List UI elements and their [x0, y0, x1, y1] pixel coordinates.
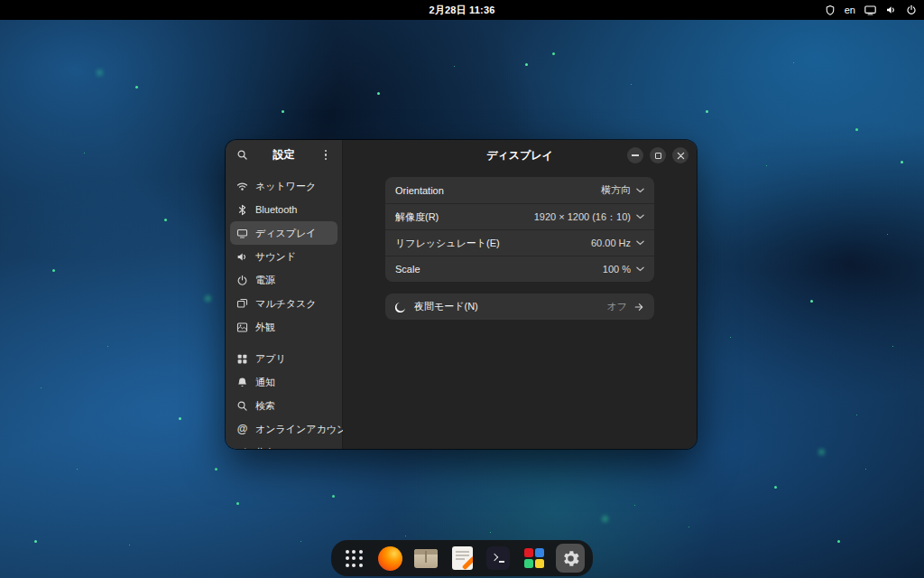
dock-item-text-editor[interactable]: [448, 544, 476, 573]
sidebar-item-label: アプリ: [255, 352, 286, 366]
arrow-right-icon: [633, 302, 644, 312]
night-mode-row[interactable]: 夜間モード(N) オフ: [385, 294, 654, 320]
refresh-rate-dropdown[interactable]: 60.00 Hz: [591, 238, 644, 248]
display-icon: [236, 228, 248, 239]
multitask-icon: [236, 298, 248, 310]
dock-item-software[interactable]: [520, 544, 549, 573]
resolution-row[interactable]: 解像度(R) 1920 × 1200 (16：10): [385, 203, 654, 229]
settings-sidebar: 設定 ネットワーク Bluetooth ディスプレイ サウンド: [226, 140, 343, 449]
row-label: Orientation: [395, 185, 444, 196]
share-icon: [236, 447, 248, 450]
row-label: Scale: [395, 264, 420, 275]
sidebar-item-power[interactable]: 電源: [230, 268, 337, 292]
sidebar-item-label: 通知: [255, 376, 275, 389]
sidebar-separator: [230, 339, 337, 347]
window-header: ディスプレイ: [343, 140, 697, 171]
sidebar-item-label: ネットワーク: [255, 180, 316, 193]
bell-icon: [236, 377, 248, 388]
power-icon: [906, 5, 917, 15]
sidebar-item-network[interactable]: ネットワーク: [230, 174, 337, 198]
minimize-button[interactable]: [627, 147, 643, 163]
sidebar-item-appearance[interactable]: 外観: [230, 315, 337, 339]
night-mode-status: オフ: [606, 300, 644, 313]
sidebar-item-bluetooth[interactable]: Bluetooth: [230, 198, 337, 221]
sidebar-item-label: サウンド: [255, 250, 296, 264]
row-value-text: 60.00 Hz: [591, 238, 631, 248]
dock-item-terminal[interactable]: [484, 544, 513, 573]
orientation-row[interactable]: Orientation 横方向: [385, 177, 654, 203]
sidebar-item-sharing[interactable]: 共有: [230, 441, 337, 449]
page-title: ディスプレイ: [486, 148, 553, 163]
sidebar-item-sound[interactable]: サウンド: [230, 245, 337, 268]
menu-button[interactable]: [318, 147, 334, 163]
terminal-icon: [486, 546, 510, 570]
row-value-text: 100 %: [603, 264, 631, 275]
sidebar-item-label: 外観: [255, 321, 275, 334]
app-grid-button[interactable]: [339, 544, 368, 573]
sidebar-item-multitasking[interactable]: マルチタスク: [230, 292, 337, 315]
appearance-icon: [236, 322, 248, 333]
clock-menu[interactable]: 2月28日 11:36: [429, 0, 494, 20]
network-icon: [236, 181, 248, 192]
search-button[interactable]: [234, 147, 250, 163]
refresh-rate-row[interactable]: リフレッシュレート(E) 60.00 Hz: [385, 229, 654, 256]
row-label: リフレッシュレート(E): [395, 237, 500, 250]
input-method-indicator[interactable]: en: [845, 5, 855, 15]
sidebar-item-label: ディスプレイ: [255, 227, 317, 240]
sidebar-item-label: マルチタスク: [255, 297, 317, 311]
settings-gear-icon: [560, 548, 581, 569]
sidebar-item-label: 共有: [255, 446, 275, 450]
minimize-icon: [632, 154, 639, 156]
sidebar-item-online-accounts[interactable]: @ オンラインアカウント: [230, 417, 337, 441]
night-mode-label: 夜間モード(N): [414, 300, 478, 313]
sidebar-item-display[interactable]: ディスプレイ: [230, 221, 337, 245]
dock-item-boxes[interactable]: [411, 544, 440, 573]
settings-main-panel: ディスプレイ Orientation 横方向 解像度(R) 192: [343, 140, 697, 449]
sidebar-item-label: Bluetooth: [255, 204, 297, 215]
screen-share-icon: [864, 5, 876, 15]
boxes-icon: [414, 549, 438, 568]
sidebar-header: 設定: [226, 140, 342, 170]
search-icon: [236, 400, 248, 412]
chevron-down-icon: [636, 266, 644, 272]
close-icon: [677, 152, 685, 160]
dock: [331, 540, 593, 576]
volume-icon: [885, 5, 897, 15]
sidebar-app-title: 設定: [250, 147, 318, 163]
row-label: 解像度(R): [395, 210, 439, 224]
sound-icon: [236, 251, 248, 263]
firefox-icon: [378, 546, 402, 571]
shield-icon: [825, 5, 836, 16]
text-editor-icon: [452, 546, 473, 570]
apps-icon: [236, 353, 248, 365]
software-icon: [524, 548, 545, 569]
chevron-down-icon: [636, 188, 644, 193]
at-icon: @: [236, 423, 248, 435]
close-button[interactable]: [672, 147, 688, 163]
restore-icon: [655, 153, 661, 159]
settings-window: 設定 ネットワーク Bluetooth ディスプレイ サウンド: [226, 140, 697, 449]
sidebar-item-search[interactable]: 検索: [230, 394, 337, 417]
system-indicators[interactable]: en: [825, 0, 917, 20]
chevron-down-icon: [636, 214, 644, 219]
dock-item-settings[interactable]: [556, 544, 585, 573]
sidebar-item-label: 検索: [255, 399, 275, 413]
scale-row[interactable]: Scale 100 %: [385, 256, 654, 282]
kebab-menu-icon: [325, 150, 328, 161]
app-grid-icon: [346, 550, 363, 567]
dock-item-firefox[interactable]: [375, 544, 404, 573]
restore-button[interactable]: [650, 147, 666, 163]
scale-dropdown[interactable]: 100 %: [603, 264, 644, 275]
row-value-text: 横方向: [601, 183, 631, 197]
sidebar-item-apps[interactable]: アプリ: [230, 347, 337, 370]
sidebar-list: ネットワーク Bluetooth ディスプレイ サウンド 電源 マルチタスク: [226, 170, 342, 449]
moon-icon: [395, 301, 407, 312]
window-controls: [627, 147, 688, 163]
power-icon: [236, 275, 248, 286]
orientation-dropdown[interactable]: 横方向: [601, 183, 644, 197]
top-bar: 2月28日 11:36 en: [0, 0, 924, 20]
chevron-down-icon: [636, 240, 644, 246]
sidebar-item-notifications[interactable]: 通知: [230, 370, 337, 394]
resolution-dropdown[interactable]: 1920 × 1200 (16：10): [534, 210, 644, 224]
display-settings-card: Orientation 横方向 解像度(R) 1920 × 1200 (16：1…: [385, 177, 654, 282]
